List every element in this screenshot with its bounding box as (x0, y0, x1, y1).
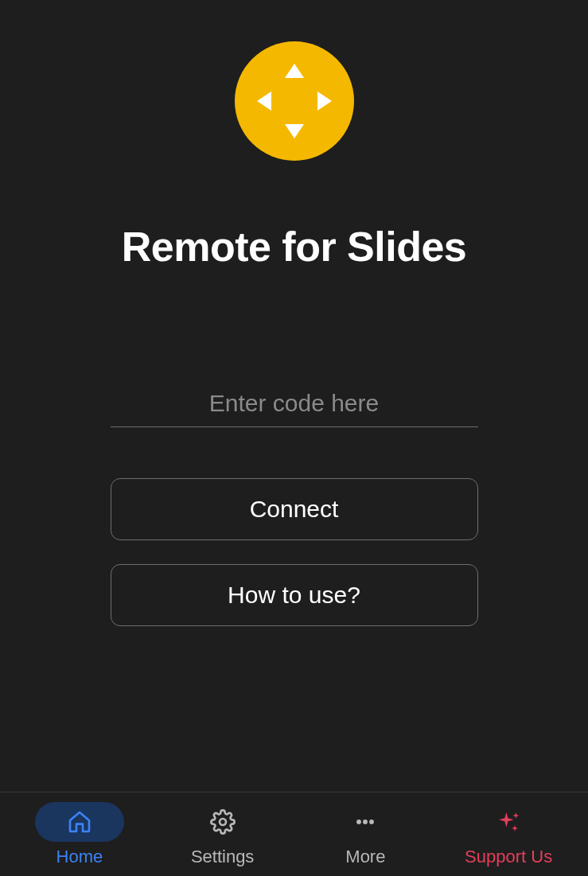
gear-icon (210, 809, 236, 835)
nav-item-more[interactable]: More (294, 802, 438, 867)
nav-item-settings[interactable]: Settings (151, 802, 294, 867)
nav-settings-icon-wrapper (178, 802, 267, 842)
connect-button[interactable]: Connect (111, 478, 478, 540)
nav-item-home[interactable]: Home (8, 802, 151, 867)
arrow-left-icon (257, 91, 271, 111)
nav-home-icon-wrapper (35, 802, 124, 842)
arrow-up-icon (285, 64, 304, 78)
home-icon (67, 809, 92, 835)
sparkle-icon (496, 809, 521, 835)
nav-support-icon-wrapper (464, 802, 553, 842)
svg-point-1 (356, 820, 361, 824)
app-logo (235, 41, 354, 161)
bottom-nav: Home Settings More Supp (0, 792, 588, 876)
svg-point-0 (220, 819, 226, 825)
nav-more-label: More (345, 847, 385, 867)
nav-item-support[interactable]: Support Us (437, 802, 580, 867)
nav-home-label: Home (56, 847, 103, 867)
howto-button[interactable]: How to use? (111, 564, 478, 626)
code-input[interactable] (111, 380, 478, 427)
app-title: Remote for Slides (122, 223, 467, 271)
more-icon (352, 809, 378, 835)
nav-settings-label: Settings (191, 847, 255, 867)
arrow-down-icon (285, 124, 304, 138)
nav-more-icon-wrapper (321, 802, 410, 842)
svg-point-2 (363, 820, 368, 824)
arrow-right-icon (317, 91, 332, 111)
main-content: Remote for Slides Connect How to use? (0, 0, 588, 792)
svg-point-3 (369, 820, 374, 824)
nav-support-label: Support Us (465, 847, 552, 867)
